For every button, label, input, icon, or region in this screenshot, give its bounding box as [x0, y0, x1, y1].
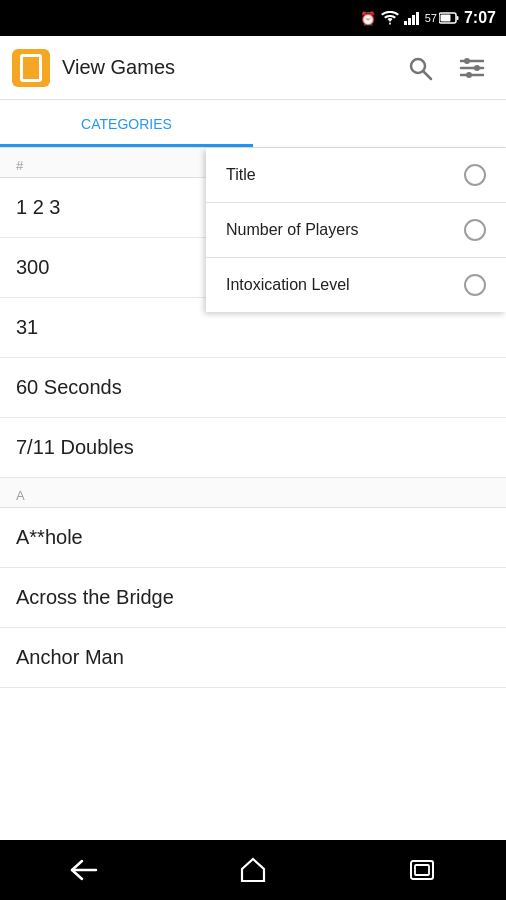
- section-header-a: A: [0, 478, 506, 508]
- filter-icon: [459, 57, 485, 79]
- svg-rect-5: [456, 16, 458, 20]
- sort-option-intoxication-label: Intoxication Level: [226, 276, 350, 294]
- svg-rect-6: [440, 15, 450, 22]
- recents-icon: [409, 859, 435, 881]
- list-item-60seconds-label: 60 Seconds: [16, 376, 122, 398]
- back-icon: [70, 859, 98, 881]
- sort-option-intoxication-radio[interactable]: [464, 274, 486, 296]
- tab-categories[interactable]: CATEGORIES: [0, 100, 253, 147]
- sort-option-title[interactable]: Title: [206, 148, 506, 203]
- app-logo: [12, 49, 50, 87]
- list-item-31-label: 31: [16, 316, 38, 338]
- list-item-anchor-man-label: Anchor Man: [16, 646, 124, 668]
- list-item-711doubles[interactable]: 7/11 Doubles: [0, 418, 506, 478]
- svg-line-8: [424, 71, 432, 79]
- svg-point-10: [464, 58, 470, 64]
- list-item-anchor-man[interactable]: Anchor Man: [0, 628, 506, 688]
- list-item-across-the-bridge[interactable]: Across the Bridge: [0, 568, 506, 628]
- tab-title[interactable]: [253, 100, 506, 147]
- list-item-60seconds[interactable]: 60 Seconds: [0, 358, 506, 418]
- app-bar-actions: [398, 46, 494, 90]
- svg-marker-16: [242, 859, 264, 881]
- app-bar: View Games: [0, 36, 506, 100]
- sort-option-intoxication[interactable]: Intoxication Level: [206, 258, 506, 312]
- sort-dropdown: Title Number of Players Intoxication Lev…: [206, 148, 506, 312]
- home-icon: [240, 857, 266, 883]
- section-header-hash-label: #: [16, 158, 23, 173]
- list-item-123-label: 1 2 3: [16, 196, 60, 218]
- battery-icon: 57: [425, 12, 459, 24]
- app-title: View Games: [62, 56, 386, 79]
- status-time: 7:07: [464, 9, 496, 27]
- sort-option-title-label: Title: [226, 166, 256, 184]
- list-item-300-label: 300: [16, 256, 49, 278]
- wifi-icon: [381, 11, 399, 25]
- sort-option-title-radio[interactable]: [464, 164, 486, 186]
- svg-rect-3: [416, 12, 419, 25]
- list-item-asshole-label: A**hole: [16, 526, 83, 548]
- signal-icon: [404, 11, 420, 25]
- filter-button[interactable]: [450, 46, 494, 90]
- battery-percent: 57: [425, 12, 437, 24]
- nav-bar: [0, 840, 506, 900]
- svg-rect-2: [412, 15, 415, 25]
- app-logo-inner: [20, 54, 42, 82]
- status-bar: ⏰ 57 7:07: [0, 0, 506, 36]
- svg-rect-1: [408, 18, 411, 25]
- list-item-711doubles-label: 7/11 Doubles: [16, 436, 134, 458]
- nav-recents-button[interactable]: [392, 850, 452, 890]
- svg-rect-18: [415, 865, 429, 875]
- alarm-icon: ⏰: [360, 11, 376, 26]
- search-button[interactable]: [398, 46, 442, 90]
- list-item-asshole[interactable]: A**hole: [0, 508, 506, 568]
- svg-point-12: [474, 65, 480, 71]
- status-icons: ⏰ 57 7:07: [360, 9, 496, 27]
- svg-rect-0: [404, 21, 407, 25]
- sort-option-players-radio[interactable]: [464, 219, 486, 241]
- sort-option-players-label: Number of Players: [226, 221, 359, 239]
- nav-back-button[interactable]: [54, 850, 114, 890]
- list-item-across-the-bridge-label: Across the Bridge: [16, 586, 174, 608]
- section-header-a-label: A: [16, 488, 25, 503]
- search-icon: [407, 55, 433, 81]
- tabs-bar: CATEGORIES: [0, 100, 506, 148]
- sort-option-players[interactable]: Number of Players: [206, 203, 506, 258]
- tab-categories-label: CATEGORIES: [81, 116, 172, 132]
- svg-point-14: [466, 72, 472, 78]
- nav-home-button[interactable]: [223, 850, 283, 890]
